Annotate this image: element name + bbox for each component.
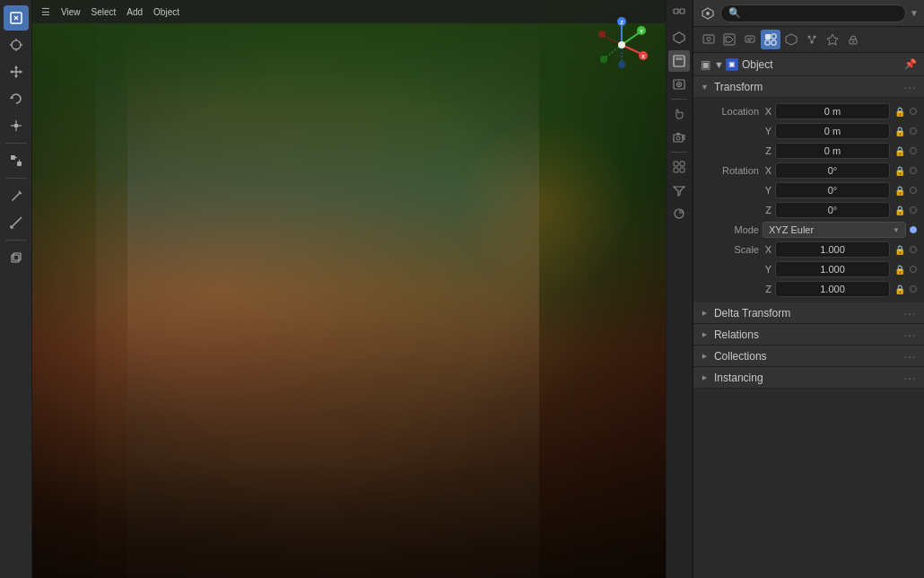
properties-button[interactable] [668,27,690,48]
select-box-button[interactable] [4,5,29,31]
object-constraints-tab[interactable] [843,30,863,49]
scale-y-input[interactable]: 1.000 [775,261,890,277]
location-y-axis: Y [763,126,771,136]
svg-line-72 [812,37,815,42]
grid-button[interactable] [668,156,690,178]
svg-marker-10 [10,70,13,74]
scale-x-axis: X [763,244,771,255]
svg-rect-19 [17,162,22,166]
viewport-select-menu[interactable]: Select [88,5,120,19]
mode-row: Mode XYZ Euler ▼ [693,220,924,240]
delta-transform-title: Delta Transform [714,307,790,320]
object-properties-tab[interactable] [761,30,780,49]
svg-text:Y: Y [640,29,643,34]
rotation-x-input[interactable]: 0° [775,162,890,179]
location-x-dot[interactable] [910,108,917,115]
rotation-z-dot[interactable] [910,206,917,214]
viewport-gizmo[interactable]: Z Y X [593,16,651,74]
add-cube-button[interactable] [4,245,29,270]
object-pin-icon[interactable]: 📌 [904,58,917,70]
scale-x-dot[interactable] [910,246,917,253]
render-tab[interactable] [699,30,719,49]
rotation-y-lock[interactable]: 🔒 [893,184,906,197]
location-z-axis: Z [763,145,771,156]
mid-divider-2 [671,152,687,153]
instancing-options[interactable]: ··· [903,371,917,385]
physics-tab[interactable] [823,30,842,49]
properties-search[interactable]: 🔍 [720,4,906,22]
view-layer-tab[interactable] [740,30,760,49]
svg-rect-51 [674,135,683,142]
rotation-z-lock[interactable]: 🔒 [893,204,906,216]
location-y-lock[interactable]: 🔒 [893,125,906,137]
delta-options[interactable]: ··· [903,306,917,320]
object-expand-arrow[interactable]: ▼ [714,59,724,70]
render-button[interactable] [668,74,690,95]
scene-button[interactable] [668,50,690,72]
viewport-object-menu[interactable]: Object [150,5,183,19]
location-x-lock[interactable]: 🔒 [893,105,906,118]
collections-options[interactable]: ··· [903,349,917,363]
modifier-tab[interactable] [781,30,801,49]
svg-rect-67 [771,40,776,45]
measure-button[interactable] [4,210,29,235]
collections-title: Collections [714,350,767,363]
mode-select[interactable]: XYZ Euler ▼ [763,222,906,238]
mode-dot[interactable] [910,226,917,233]
move-button[interactable] [4,59,29,84]
transform-button[interactable] [4,148,29,173]
properties-content: ▼ Transform ··· Location X 0 m 🔒 Y 0 m [693,76,924,578]
particles-tab[interactable] [802,30,822,49]
scale-y-lock[interactable]: 🔒 [893,263,906,276]
object-header: ▣ ▼ ▣ Object 📌 [693,53,924,76]
svg-rect-60 [703,35,714,43]
delta-transform-section[interactable]: ▼ Delta Transform ··· [693,302,924,324]
transform-section-header[interactable]: ▼ Transform ··· [693,76,924,98]
scale-z-dot[interactable] [910,285,917,293]
camera-button[interactable] [668,127,690,148]
scene-overlay [32,0,666,578]
scale-button[interactable] [4,113,29,138]
instancing-section[interactable]: ▼ Instancing ··· [693,367,924,389]
relations-options[interactable]: ··· [903,328,917,342]
transform-options[interactable]: ··· [903,80,917,94]
location-x-input[interactable]: 0 m [775,103,890,119]
scale-z-input[interactable]: 1.000 [775,281,890,297]
svg-point-40 [600,56,607,63]
location-z-row: Z 0 m 🔒 [693,141,924,161]
collections-section[interactable]: ▼ Collections ··· [693,346,924,367]
location-y-input[interactable]: 0 m [775,123,890,139]
rotation-x-lock[interactable]: 🔒 [893,164,906,177]
scale-z-lock[interactable]: 🔒 [893,283,906,295]
location-z-dot[interactable] [910,147,917,154]
rotation-y-input[interactable]: 0° [775,182,890,198]
shading-button[interactable] [668,203,690,224]
hand-button[interactable] [668,103,690,125]
location-y-dot[interactable] [910,127,917,135]
scale-x-input[interactable]: 1.000 [775,241,890,258]
properties-dropdown[interactable]: ▼ [910,8,919,18]
location-z-lock[interactable]: 🔒 [893,144,906,157]
relations-section[interactable]: ▼ Relations ··· [693,324,924,346]
scale-x-lock[interactable]: 🔒 [893,243,906,256]
mode-label: Mode [701,224,759,235]
properties-icon [699,4,717,22]
output-tab[interactable] [719,30,739,49]
filter-button[interactable] [668,180,690,201]
viewport[interactable]: ☰ View Select Add Object Z Y X [32,0,666,578]
viewport-menu-button[interactable]: ☰ [38,4,54,20]
rotation-z-axis: Z [763,205,771,215]
rotation-x-dot[interactable] [910,167,917,174]
rotate-button[interactable] [4,86,29,111]
rotation-y-row: Y 0° 🔒 [693,180,924,200]
cursor-button[interactable] [4,32,29,57]
rotation-y-dot[interactable] [910,187,917,194]
outliner-button[interactable] [668,4,690,25]
svg-rect-13 [14,124,18,127]
annotate-button[interactable] [4,183,29,208]
rotation-z-input[interactable]: 0° [775,202,890,218]
viewport-add-menu[interactable]: Add [123,5,146,19]
viewport-view-button[interactable]: View [57,5,84,19]
location-z-input[interactable]: 0 m [775,143,890,159]
scale-y-dot[interactable] [910,266,917,273]
